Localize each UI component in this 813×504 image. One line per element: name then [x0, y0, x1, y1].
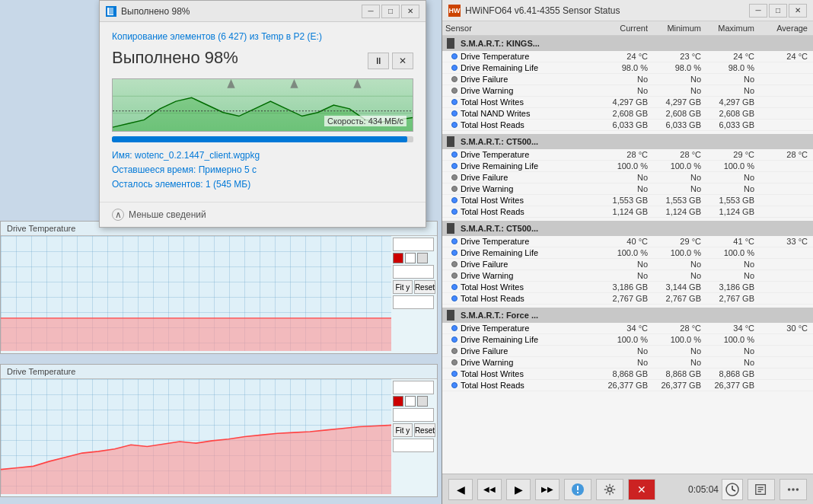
sensor-maximum: 29 °C	[704, 150, 757, 159]
sensor-name-cell: Drive Failure	[445, 75, 598, 84]
sensor-row[interactable]: Drive Temperature 28 °C 28 °C 29 °C 28 °…	[442, 149, 813, 161]
sensor-average: 33 °C	[757, 237, 811, 246]
sensor-name: Drive Warning	[461, 358, 513, 367]
dialog-minimize-btn[interactable]: ─	[362, 5, 380, 18]
svg-marker-6	[227, 79, 234, 88]
sensor-maximum: No	[704, 86, 757, 95]
graph2-reset-btn[interactable]: Reset	[414, 423, 435, 437]
nav-forward-btn[interactable]: ▶	[506, 479, 531, 500]
settings-btn[interactable]	[596, 479, 623, 500]
sensor-row[interactable]: Drive Remaining Life 100.0 % 100.0 % 100…	[442, 247, 813, 259]
graph1-color-white[interactable]	[405, 253, 416, 263]
graph1-fity-btn[interactable]: Fit y	[393, 280, 413, 294]
sensor-row[interactable]: Drive Failure No No No	[442, 346, 813, 357]
graph2-color-white[interactable]	[405, 396, 416, 407]
sensor-name: Total Host Reads	[461, 207, 524, 216]
sensor-row[interactable]: Total Host Writes 1,553 GB 1,553 GB 1,55…	[442, 195, 813, 206]
group-icon-1	[447, 136, 454, 147]
sensor-row[interactable]: Drive Warning No No No	[442, 270, 813, 282]
graph2-color-light[interactable]	[417, 396, 428, 407]
group-icon-2	[447, 223, 454, 234]
graph1-max-input[interactable]: 100	[393, 238, 434, 251]
sensor-indicator	[451, 110, 458, 116]
col-average: Average	[757, 24, 811, 33]
graph2-min-input[interactable]: 0	[393, 439, 434, 452]
graph2-current-input[interactable]: 40 °C	[393, 408, 434, 422]
sensor-row[interactable]: Drive Temperature 34 °C 28 °C 34 °C 30 °…	[442, 323, 813, 334]
graph2-fity-btn[interactable]: Fit y	[393, 423, 413, 437]
pause-btn[interactable]: ⏸	[368, 53, 389, 69]
hwinfo-close-btn[interactable]: ✕	[789, 4, 807, 18]
hwinfo-maximize-btn[interactable]: □	[769, 4, 787, 18]
sensor-row[interactable]: Drive Failure No No No	[442, 259, 813, 270]
sensor-indicator	[451, 348, 458, 354]
sensor-maximum: 2,767 GB	[704, 294, 757, 303]
sensor-name-cell: Drive Temperature	[445, 324, 598, 333]
graph1-color-light[interactable]	[417, 253, 428, 263]
dialog-footer[interactable]: ∧ Меньше сведений	[100, 202, 426, 227]
sensor-row[interactable]: Drive Remaining Life 98.0 % 98.0 % 98.0 …	[442, 62, 813, 74]
sensor-row[interactable]: Drive Remaining Life 100.0 % 100.0 % 100…	[442, 334, 813, 346]
sensor-row[interactable]: Drive Temperature 24 °C 23 °C 24 °C 24 °…	[442, 51, 813, 62]
sensor-row[interactable]: Drive Failure No No No	[442, 74, 813, 85]
copy-info: Имя: wotenc_0.2.1447_client.wgpkg Оставш…	[112, 148, 413, 193]
progress-bar-fill	[112, 136, 407, 142]
nav-back-btn[interactable]: ◀	[448, 479, 473, 500]
sensor-row[interactable]: Drive Temperature 40 °C 29 °C 41 °C 33 °…	[442, 236, 813, 247]
more-btn[interactable]	[780, 479, 807, 500]
sensor-row[interactable]: Drive Warning No No No	[442, 183, 813, 195]
export-btn[interactable]	[748, 479, 775, 500]
sensor-row[interactable]: Drive Remaining Life 100.0 % 100.0 % 100…	[442, 161, 813, 172]
graph1-color-red[interactable]	[393, 253, 403, 263]
sensor-indicator	[451, 371, 458, 377]
hwinfo-body: S.M.A.R.T.: KINGS... Drive Temperature 2…	[442, 36, 813, 474]
copy-dialog-icon	[106, 6, 116, 17]
sensor-current: No	[598, 173, 651, 182]
cancel-btn[interactable]: ✕	[392, 53, 413, 69]
group-header-3: S.M.A.R.T.: Force ...	[442, 308, 813, 323]
dialog-maximize-btn[interactable]: □	[381, 5, 400, 18]
sensor-minimum: 3,144 GB	[651, 282, 704, 292]
sensor-indicator	[451, 325, 458, 331]
svg-point-23	[788, 488, 791, 491]
sensor-current: No	[598, 271, 651, 280]
graph2-max-input[interactable]: 100	[393, 381, 434, 394]
graph1-reset-btn[interactable]: Reset	[414, 280, 435, 294]
sensor-row[interactable]: Drive Warning No No No	[442, 85, 813, 97]
sensor-name: Total Host Writes	[461, 97, 524, 107]
sensor-maximum: No	[704, 75, 757, 84]
sensor-row[interactable]: Drive Warning No No No	[442, 357, 813, 368]
sensor-minimum: No	[651, 75, 704, 84]
sensor-row[interactable]: Total Host Writes 4,297 GB 4,297 GB 4,29…	[442, 97, 813, 108]
hwinfo-minimize-btn[interactable]: ─	[749, 4, 767, 18]
close-footer-btn[interactable]: ✕	[628, 479, 655, 500]
nav-forward2-btn[interactable]: ▶▶	[535, 479, 560, 500]
sensor-row[interactable]: Total Host Writes 8,868 GB 8,868 GB 8,86…	[442, 368, 813, 380]
sensor-indicator	[451, 122, 458, 128]
sensor-indicator	[451, 99, 458, 105]
graph1-min-input[interactable]: 0	[393, 295, 434, 309]
sensor-row[interactable]: Total Host Reads 6,033 GB 6,033 GB 6,033…	[442, 120, 813, 131]
sensor-row[interactable]: Total Host Reads 26,377 GB 26,377 GB 26,…	[442, 380, 813, 391]
sensor-icon-btn[interactable]	[564, 479, 591, 500]
sensor-row[interactable]: Total Host Reads 2,767 GB 2,767 GB 2,767…	[442, 293, 813, 305]
sensor-row[interactable]: Drive Failure No No No	[442, 172, 813, 183]
graph1-current-input[interactable]: 28 °C	[393, 265, 434, 279]
col-minimum: Minimum	[651, 24, 704, 33]
sensor-row[interactable]: Total Host Reads 1,124 GB 1,124 GB 1,124…	[442, 206, 813, 218]
sensor-row[interactable]: Total Host Writes 3,186 GB 3,144 GB 3,18…	[442, 282, 813, 293]
sensor-current: 8,868 GB	[598, 369, 651, 378]
graph2-title: Drive Temperature	[1, 365, 437, 379]
sensor-minimum: 2,608 GB	[651, 109, 704, 118]
graph2-color-red[interactable]	[393, 396, 403, 407]
sensor-minimum: 28 °C	[651, 324, 704, 333]
sensor-row[interactable]: Total NAND Writes 2,608 GB 2,608 GB 2,60…	[442, 108, 813, 120]
sensor-name: Drive Warning	[461, 271, 513, 280]
dialog-close-btn[interactable]: ✕	[401, 5, 419, 18]
nav-back2-btn[interactable]: ◀◀	[477, 479, 502, 500]
sensor-maximum: 1,553 GB	[704, 196, 757, 205]
sensor-current: 1,124 GB	[598, 207, 651, 216]
graph1-controls: 100 28 °C Fit y Reset 0	[391, 236, 437, 351]
graph1-area	[1, 236, 391, 351]
sensor-name-cell: Drive Temperature	[445, 52, 598, 61]
